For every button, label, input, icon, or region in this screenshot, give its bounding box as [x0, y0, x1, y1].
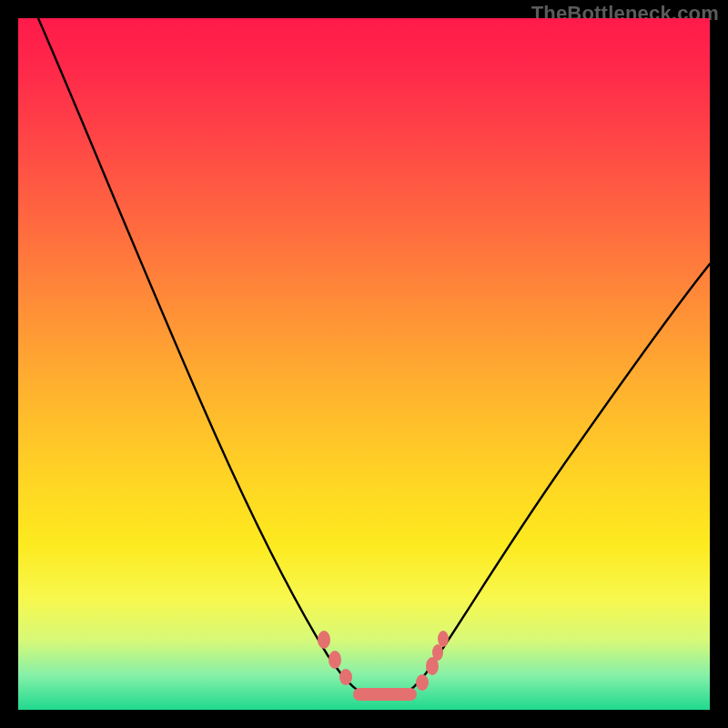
marker-dot — [438, 631, 449, 647]
bottleneck-curve — [38, 18, 710, 699]
chart-frame: TheBottleneck.com — [0, 0, 728, 728]
marker-dot — [329, 651, 341, 669]
curve-svg — [18, 18, 710, 710]
marker-trough — [353, 688, 417, 701]
marker-dot — [416, 674, 429, 691]
plot-area — [18, 18, 710, 710]
marker-dot — [318, 631, 330, 649]
marker-dot — [432, 644, 443, 661]
marker-dot — [339, 669, 352, 685]
highlight-marker-group — [318, 631, 449, 701]
